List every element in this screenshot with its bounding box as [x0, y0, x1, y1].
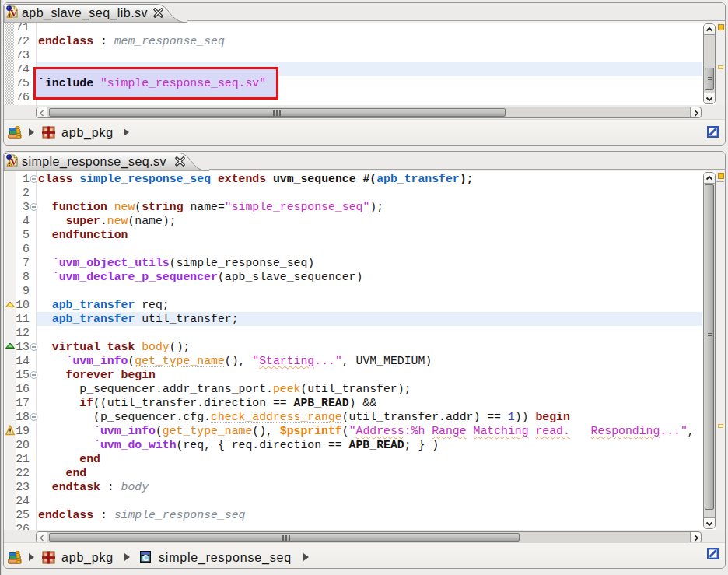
svg-text:C: C — [142, 554, 148, 563]
